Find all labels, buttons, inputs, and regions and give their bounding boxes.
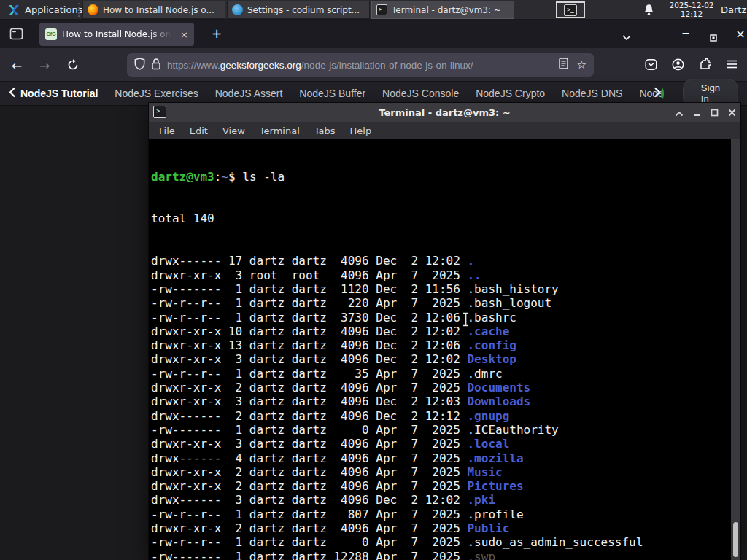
list-tabs-chevron-icon[interactable] <box>622 30 632 44</box>
browser-close-button[interactable]: × <box>729 26 747 43</box>
terminal-listing-line: drwxr-xr-x 2 dartz dartz 4096 Apr 7 2025… <box>151 479 740 493</box>
terminal-menu-terminal[interactable]: Terminal <box>252 125 307 136</box>
taskbar-window-firefox[interactable]: How to Install Node.js o... <box>82 1 225 19</box>
new-tab-button[interactable]: + <box>207 25 226 44</box>
terminal-body[interactable]: dartz@vm3:~$ls -la total 140 drwx------ … <box>149 139 740 560</box>
back-button[interactable]: ← <box>12 58 22 73</box>
terminal-listing-line: -rw-r--r-- 1 dartz dartz 0 Apr 7 2025 .s… <box>151 535 740 549</box>
terminal-close-button[interactable] <box>728 106 736 120</box>
nav-item-nodejs-exercises[interactable]: NodeJS Exercises <box>115 88 198 99</box>
browser-maximize-button[interactable] <box>703 26 724 43</box>
taskbar-window-codium[interactable]: Settings - codium script... <box>227 1 370 19</box>
clock-time: 12:12 <box>668 10 715 19</box>
terminal-icon: >_ <box>376 4 387 15</box>
reader-mode-icon[interactable] <box>559 58 568 72</box>
reload-button[interactable] <box>67 59 79 74</box>
terminal-listing-line: -rw-r--r-- 1 dartz dartz 807 Apr 7 2025 … <box>151 508 740 521</box>
terminal-listing: drwx------ 17 dartz dartz 4096 Dec 2 12:… <box>151 254 740 560</box>
hamburger-menu-icon[interactable] <box>726 58 738 74</box>
nav-item-nodejs-tutorial[interactable]: NodeJS Tutorial <box>20 88 98 99</box>
prompt-path: ~ <box>221 170 228 184</box>
nav-item-nodejs-console[interactable]: NodeJS Console <box>382 88 459 99</box>
terminal-maximize-button[interactable] <box>711 106 719 120</box>
terminal-listing-line: -rw------- 1 dartz dartz 12288 Apr 7 202… <box>151 550 740 560</box>
site-nav-items: NodeJS TutorialNodeJS ExercisesNodeJS As… <box>20 88 664 99</box>
terminal-listing-line: drwxr-xr-x 3 dartz dartz 4096 Apr 7 2025… <box>151 437 740 451</box>
bookmark-star-icon[interactable]: ☆ <box>577 58 587 71</box>
terminal-listing-line: drwxr-xr-x 10 dartz dartz 4096 Dec 2 12:… <box>151 324 740 338</box>
terminal-total-line: total 140 <box>151 211 740 225</box>
url-scheme: https://www. <box>167 60 220 71</box>
terminal-window: >_ Terminal - dartz@vm3: ~ FileEditViewT… <box>148 102 741 560</box>
terminal-shade-button[interactable] <box>675 106 684 120</box>
terminal-listing-line: -rw-r--r-- 1 dartz dartz 3730 Dec 2 12:0… <box>151 311 740 324</box>
workspace-terminal-icon: >_ <box>564 4 577 16</box>
prompt-user-host: dartz@vm3 <box>151 170 214 184</box>
geeksforgeeks-favicon: GfG <box>45 28 57 40</box>
mouse-cursor <box>461 312 471 330</box>
terminal-menu-file[interactable]: File <box>152 125 182 136</box>
terminal-scrollbar[interactable] <box>731 139 740 560</box>
taskbar-user[interactable]: Dartz <box>721 4 746 15</box>
nav-item-nodejs-crypto[interactable]: NodeJS Crypto <box>476 88 545 99</box>
terminal-listing-line: drwx------ 17 dartz dartz 4096 Dec 2 12:… <box>151 254 740 268</box>
terminal-menu-tabs[interactable]: Tabs <box>307 125 343 136</box>
terminal-menu-help[interactable]: Help <box>343 125 379 136</box>
terminal-titlebar-icon: >_ <box>153 106 166 118</box>
codium-icon <box>232 4 243 15</box>
applications-label: Applications <box>25 4 82 15</box>
terminal-listing-line: -rw------- 1 dartz dartz 1120 Dec 2 11:5… <box>151 282 740 296</box>
browser-tab-active[interactable]: GfG How to Install Node.js on × <box>39 23 194 46</box>
terminal-listing-line: drwxr-xr-x 3 root root 4096 Apr 7 2025 .… <box>151 268 740 282</box>
clock-date: 2025-12-02 <box>668 1 715 10</box>
tab-title: How to Install Node.js on <box>62 29 171 39</box>
browser-minimize-button[interactable]: − <box>675 26 697 43</box>
lock-icon[interactable] <box>151 58 161 73</box>
workspace-switcher[interactable]: >_ <box>556 1 585 18</box>
terminal-listing-line: drwxr-xr-x 3 dartz dartz 4096 Dec 2 12:0… <box>151 394 740 408</box>
firefox-view-icon[interactable] <box>9 26 24 44</box>
terminal-menu-view[interactable]: View <box>215 125 252 136</box>
taskbar-clock[interactable]: 2025-12-02 12:12 <box>668 1 715 18</box>
terminal-listing-line: drwxr-xr-x 3 dartz dartz 4096 Dec 2 12:0… <box>151 352 740 366</box>
browser-tabbar: GfG How to Install Node.js on × + − × <box>0 20 747 48</box>
terminal-listing-line: drwx------ 2 dartz dartz 4096 Dec 2 12:1… <box>151 409 740 423</box>
url-path: /node-js/installation-of-node-js-on-linu… <box>301 60 473 71</box>
terminal-listing-line: drwx------ 3 dartz dartz 4096 Dec 2 12:0… <box>151 493 740 507</box>
notification-bell-icon[interactable] <box>643 4 654 19</box>
terminal-listing-line: -rw-r--r-- 1 dartz dartz 220 Apr 7 2025 … <box>151 296 740 310</box>
taskbar-window-title: How to Install Node.js o... <box>103 5 214 15</box>
terminal-scrollbar-thumb[interactable] <box>733 522 738 557</box>
firefox-icon <box>88 4 98 15</box>
taskbar-window-title: Terminal - dartz@vm3: ~ <box>392 5 501 15</box>
search-icon[interactable] <box>661 88 664 99</box>
taskbar: Applications How to Install Node.js o...… <box>0 0 747 20</box>
taskbar-window-title: Settings - codium script... <box>247 5 360 15</box>
taskbar-window-terminal[interactable]: >_Terminal - dartz@vm3: ~ <box>371 1 514 19</box>
terminal-listing-line: drwxr-xr-x 2 dartz dartz 4096 Apr 7 2025… <box>151 521 740 535</box>
nav-item-nodejs-dns[interactable]: NodeJS DNS <box>562 88 622 99</box>
terminal-menu-edit[interactable]: Edit <box>182 125 215 136</box>
shield-icon[interactable] <box>134 58 145 73</box>
extensions-puzzle-icon[interactable] <box>699 58 711 74</box>
terminal-minimize-button[interactable] <box>693 106 701 120</box>
terminal-titlebar[interactable]: >_ Terminal - dartz@vm3: ~ <box>149 103 740 122</box>
terminal-prompt-line: dartz@vm3:~$ls -la <box>151 170 740 184</box>
nav-scroll-left-icon[interactable] <box>9 87 16 101</box>
taskbar-windows: How to Install Node.js o...Settings - co… <box>82 1 514 19</box>
account-icon[interactable] <box>672 58 684 74</box>
nav-scroll-right-icon[interactable] <box>654 87 661 101</box>
applications-menu-button[interactable]: Applications <box>1 1 88 19</box>
nav-item-nodejs-assert[interactable]: NodeJS Assert <box>215 88 283 99</box>
terminal-listing-line: drwxr-xr-x 13 dartz dartz 4096 Dec 2 12:… <box>151 338 740 352</box>
nav-item-nodejs-buffer[interactable]: NodeJS Buffer <box>299 88 365 99</box>
url-text[interactable]: https://www.geeksforgeeks.org/node-js/in… <box>167 60 553 71</box>
forward-button[interactable]: → <box>39 58 50 73</box>
tab-close-icon[interactable]: × <box>180 29 188 40</box>
terminal-listing-line: -rw------- 1 dartz dartz 0 Apr 7 2025 .I… <box>151 423 740 437</box>
url-bar[interactable]: https://www.geeksforgeeks.org/node-js/in… <box>127 53 594 77</box>
pocket-icon[interactable] <box>645 58 657 74</box>
browser-toolbar: ← → https://www.geeksforgeeks.org/node-j… <box>0 48 747 82</box>
terminal-listing-line: drwx------ 4 dartz dartz 4096 Apr 7 2025… <box>151 451 740 465</box>
applications-logo-icon <box>7 4 20 16</box>
